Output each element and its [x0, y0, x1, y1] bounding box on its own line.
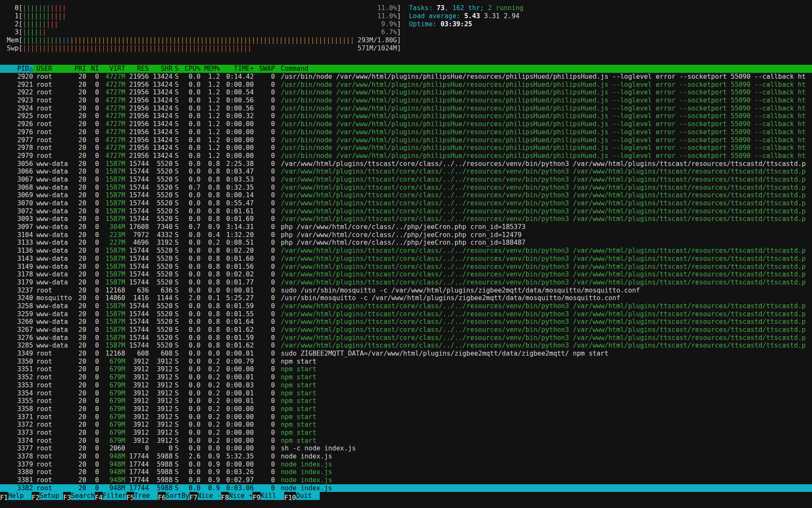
process-row-3237[interactable]: 3237root20012168636636S0.00.00:00.010sud… [0, 287, 812, 295]
user-cell: www-data [33, 247, 73, 255]
process-row-2978[interactable]: 2978root2004727M2195613424S0.01.20:00.00… [0, 144, 812, 152]
swap-cell: 0 [254, 239, 275, 247]
process-row-2923[interactable]: 2923root2004727M2195613424S0.01.20:00.56… [0, 97, 812, 105]
process-row-3371[interactable]: 3371root200679M39123912S0.00.20:00.000np… [0, 413, 812, 421]
nice-cell: 0 [86, 468, 99, 476]
process-row-3285[interactable]: 3285www-data2001587M157445520S0.00.80:01… [0, 342, 812, 350]
process-row-3097[interactable]: 3097www-data200304M176087340S0.70.93:14.… [0, 223, 812, 231]
process-row-3258[interactable]: 3258www-data2001587M157445520S0.00.80:01… [0, 302, 812, 310]
pid-cell: 3066 [0, 168, 33, 176]
fkey-f4[interactable]: F4Filter [95, 492, 126, 500]
process-row-3069[interactable]: 3069www-data2001587M157445520S0.00.80:00… [0, 191, 812, 199]
fkey-f10[interactable]: F10Quit [284, 492, 320, 500]
column-header-shr[interactable]: SHR [149, 65, 173, 73]
pid-cell: 3285 [0, 342, 33, 350]
priority-cell: 20 [73, 247, 86, 255]
process-row-3380[interactable]: 3380root200948M177445988S0.00.90:03.260n… [0, 468, 812, 476]
process-row-3379[interactable]: 3379root200948M177445988S0.00.90:00.000n… [0, 461, 812, 469]
fkey-f5[interactable]: F5Tree [126, 492, 158, 500]
process-row-3179[interactable]: 3179www-data2001587M157445520S0.00.80:01… [0, 279, 812, 287]
user-cell: root [33, 468, 73, 476]
swap-cell: 0 [254, 97, 275, 105]
process-row-3374[interactable]: 3374root200679M39123912S0.00.20:00.000np… [0, 437, 812, 445]
fkey-f9[interactable]: F9Kill [252, 492, 284, 500]
process-row-3267[interactable]: 3267www-data2001587M157445520S0.00.80:01… [0, 326, 812, 334]
column-header-res[interactable]: RES [125, 65, 149, 73]
column-header-s[interactable]: S [173, 65, 181, 73]
process-row-3382[interactable]: 3382root200948M177445988S0.00.90:03.060n… [0, 484, 812, 492]
resident-memory-cell: 21956 [125, 152, 149, 160]
column-header-cpu[interactable]: CPU% [181, 65, 200, 73]
fkey-f3[interactable]: F3Search [63, 492, 95, 500]
swap-cell: 0 [254, 302, 275, 310]
fkey-number: F2 [32, 494, 40, 502]
process-row-2926[interactable]: 2926root2004727M2195613424S0.01.20:00.00… [0, 120, 812, 128]
process-row-3072[interactable]: 3072www-data2001587M157445520S0.00.80:01… [0, 207, 812, 215]
process-row-3355[interactable]: 3355root200679M39123912S0.00.20:00.010np… [0, 397, 812, 405]
process-row-3070[interactable]: 3070www-data2001587M157445520S0.00.80:55… [0, 199, 812, 207]
process-row-3372[interactable]: 3372root200679M39123912S0.00.20:00.000np… [0, 421, 812, 429]
process-row-3136[interactable]: 3136www-data2001587M157445520S0.00.80:02… [0, 247, 812, 255]
process-row-3358[interactable]: 3358root200679M39123912S0.00.20:00.000np… [0, 405, 812, 413]
process-row-3068[interactable]: 3068www-data2001587M157445520S0.70.80:32… [0, 184, 812, 192]
process-row-2925[interactable]: 2925root2004727M2195613424S0.01.20:00.32… [0, 112, 812, 120]
process-row-3133[interactable]: 3133www-data200227M46963192S0.00.20:08.5… [0, 239, 812, 247]
process-row-2977[interactable]: 2977root2004727M2195613424S0.01.20:00.00… [0, 136, 812, 144]
virtual-memory-cell: 4727M [99, 120, 125, 128]
process-row-3377[interactable]: 3377root200206000S0.00.00:00.000sh -c no… [0, 444, 812, 453]
process-row-3373[interactable]: 3373root200679M39123912S0.00.20:00.000np… [0, 429, 812, 437]
process-row-3093[interactable]: 3093www-data2001587M157445520S0.00.80:01… [0, 215, 812, 223]
column-header-command[interactable]: Command [275, 65, 812, 73]
process-row-3143[interactable]: 3143www-data2001587M157445520S0.00.80:01… [0, 255, 812, 263]
process-row-3378[interactable]: 3378root200948M177445988S2.60.95:32.350n… [0, 453, 812, 461]
process-row-3353[interactable]: 3353root200679M39123912S0.00.20:00.030np… [0, 381, 812, 389]
process-row-2924[interactable]: 2924root2004727M2195613424S0.01.20:00.56… [0, 105, 812, 113]
column-header-pid[interactable]: PID△ [0, 65, 33, 73]
meter-cpu1: 1[|||||||||||11.0%] [3, 12, 401, 20]
cpu-percent-cell: 0.0 [181, 255, 200, 263]
process-row-3178[interactable]: 3178www-data2001587M157445520S0.00.80:02… [0, 271, 812, 279]
process-row-3381[interactable]: 3381root200948M177445988S0.00.90:02.970n… [0, 476, 812, 484]
process-row-3350[interactable]: 3350root200679M39123912S0.00.20:00.790np… [0, 358, 812, 366]
process-row-3352[interactable]: 3352root200679M39123912S0.00.20:00.010np… [0, 373, 812, 381]
fkey-f6[interactable]: F6SortBy [158, 492, 189, 500]
process-row-2979[interactable]: 2979root2004727M2195613424S0.01.20:00.00… [0, 152, 812, 160]
command-cell: /usr/bin/node /var/www/html/plugins/phil… [275, 81, 812, 89]
state-cell: S [173, 239, 181, 247]
column-header-swap[interactable]: SWAP [254, 65, 275, 73]
process-row-3240[interactable]: 3240mosquitto2001486014161144S2.00.15:25… [0, 294, 812, 302]
virtual-memory-cell: 1587M [99, 184, 125, 192]
process-row-3066[interactable]: 3066www-data2001587M157445520S0.00.80:03… [0, 168, 812, 176]
process-row-3349[interactable]: 3349root20012168608608S0.00.00:00.010sud… [0, 350, 812, 358]
fkey-f8[interactable]: F8Nice + [221, 492, 253, 500]
process-row-3354[interactable]: 3354root200679M39123912S0.00.20:00.010np… [0, 389, 812, 398]
process-row-3276[interactable]: 3276www-data2001587M157445520S0.00.80:01… [0, 334, 812, 342]
process-row-3067[interactable]: 3067www-data2001587M157445520S0.00.80:03… [0, 176, 812, 184]
fkey-f2[interactable]: F2Setup [32, 492, 63, 500]
column-header-virt[interactable]: VIRT [99, 65, 125, 73]
column-header-time[interactable]: TIME+ [220, 65, 254, 73]
process-row-2976[interactable]: 2976root2004727M2195613424S0.01.20:00.00… [0, 128, 812, 136]
column-header-ni[interactable]: NI [86, 65, 99, 73]
column-header-pri[interactable]: PRI [73, 65, 86, 73]
process-row-3351[interactable]: 3351root200679M39123912S0.00.20:00.000np… [0, 365, 812, 373]
cpu-percent-cell: 0.0 [181, 334, 200, 342]
process-row-3260[interactable]: 3260www-data2001587M157445520S0.00.80:01… [0, 318, 812, 326]
process-row-2922[interactable]: 2922root2004727M2195613424S0.01.20:00.54… [0, 88, 812, 97]
fkey-number: F6 [158, 494, 166, 502]
process-row-3056[interactable]: 3056www-data2001587M157445520S0.00.82:25… [0, 160, 812, 168]
process-row-2920[interactable]: 2920root2004727M2195613424S0.01.20:14.42… [0, 73, 812, 81]
column-header-user[interactable]: USER [33, 65, 73, 73]
fkey-f7[interactable]: F7Nice - [189, 492, 221, 500]
meter-bar-red: ||| [46, 20, 58, 28]
process-row-3259[interactable]: 3259www-data2001587M157445520S0.00.80:01… [0, 310, 812, 318]
nice-cell: 0 [86, 112, 99, 120]
column-header-mem[interactable]: MEM% [200, 65, 220, 73]
process-row-2921[interactable]: 2921root2004727M2195613424S0.01.20:00.00… [0, 81, 812, 89]
shared-memory-cell: 5988 [149, 484, 173, 492]
fkey-f1[interactable]: F1Help [0, 492, 32, 500]
process-row-3149[interactable]: 3149www-data2001587M157445520S0.00.80:01… [0, 263, 812, 271]
resident-memory-cell: 21956 [125, 112, 149, 120]
nice-cell: 0 [86, 461, 99, 469]
process-row-3104[interactable]: 3104www-data200223M79724332S0.00.41:32.2… [0, 231, 812, 239]
